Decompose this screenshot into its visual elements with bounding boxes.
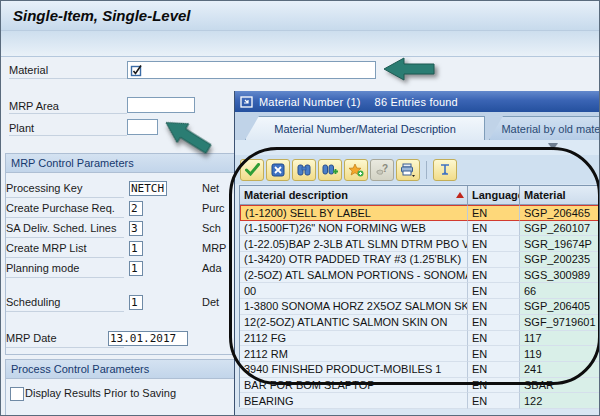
print-icon <box>400 163 416 177</box>
param-value-input[interactable]: 13.01.2017 <box>108 331 188 346</box>
table-cell: SGP_206465 <box>520 205 600 221</box>
tab-material-number-description[interactable]: Material Number/Material Description <box>245 116 485 140</box>
table-cell: 3940 FINISHED PRODUCT-MOBILES 1 <box>240 362 468 378</box>
column-header-label: Language <box>472 189 520 201</box>
table-cell: SGS_300989 <box>520 268 600 284</box>
close-button[interactable] <box>266 159 290 181</box>
table-row[interactable]: 2112 FGEN117 <box>240 331 600 347</box>
sort-ascending-icon[interactable] <box>456 192 464 198</box>
table-cell: EN <box>468 283 520 299</box>
find-next-icon <box>322 163 338 176</box>
tab-material-by-old-material[interactable]: Material by old materi <box>489 116 600 140</box>
param-label: Processing Key <box>6 182 124 198</box>
help-hand-button[interactable]: ? <box>370 159 394 181</box>
annotation-arrow-material <box>382 56 438 86</box>
column-header-material-description[interactable]: Material description <box>240 186 468 204</box>
table-cell: EN <box>468 236 520 252</box>
param-right-label: Purc <box>202 202 225 214</box>
param-right-label: MRP <box>202 242 226 254</box>
display-results-checkbox-label: Display Results Prior to Saving <box>25 387 176 399</box>
personal-value-list-button[interactable] <box>433 159 457 181</box>
param-value-input[interactable]: 1 <box>129 295 143 310</box>
table-row[interactable]: BAR FOR BOM SLAPTOPENSBAR <box>240 378 600 394</box>
add-to-favorites-button[interactable] <box>344 159 368 181</box>
table-cell: EN <box>468 268 520 284</box>
dialog-title: Material Number (1) <box>259 96 361 108</box>
table-cell: SGF_9719601 <box>520 315 600 331</box>
find-next-button[interactable] <box>318 159 342 181</box>
param-right-label: Ada <box>202 262 222 274</box>
table-row[interactable]: (1-22.05)BAP 2-3LB ATL SLMN DTRM PBO VPE… <box>240 236 600 252</box>
table-cell: 2112 RM <box>240 346 468 362</box>
find-button[interactable] <box>292 159 316 181</box>
print-button[interactable] <box>396 159 420 181</box>
table-cell: SGP_206405 <box>520 299 600 315</box>
table-row[interactable]: 3940 FINISHED PRODUCT-MOBILES 1EN241 <box>240 362 600 378</box>
tab-label: Material Number/Material Description <box>274 123 456 135</box>
column-header-label: Material <box>524 189 566 201</box>
column-header-material[interactable]: Material <box>520 186 600 204</box>
svg-text:?: ? <box>382 163 388 174</box>
param-value-input[interactable]: 1 <box>129 241 143 256</box>
material-input[interactable] <box>127 61 376 79</box>
table-cell: EN <box>468 221 520 237</box>
param-value-input[interactable]: 1 <box>129 261 143 276</box>
table-cell: SGP_200235 <box>520 252 600 268</box>
plant-input[interactable] <box>127 119 158 135</box>
table-cell: BAR FOR BOM SLAPTOP <box>240 378 468 394</box>
param-right-label: Net <box>202 182 219 194</box>
table-cell: SGR_19674P <box>520 236 600 252</box>
entries-found-text: 86 Entries found <box>375 96 458 108</box>
title-bar: Single-Item, Single-Level <box>1 1 600 31</box>
table-cell: 66 <box>520 283 600 299</box>
param-value-input[interactable]: NETCH <box>129 181 167 196</box>
tab-strip: Material Number/Material Description Mat… <box>235 112 600 141</box>
toolbar-separator <box>426 161 427 179</box>
table-cell: 00 <box>240 283 468 299</box>
table-cell: 119 <box>520 346 600 362</box>
table-row[interactable]: (1-3420) OTR PADDED TRAY #3 (1.25'BLK)EN… <box>240 252 600 268</box>
param-label: Create Purchase Req. <box>6 202 124 218</box>
table-row[interactable]: (1-1500FT)26" NON FORMING WEBENSGP_26010… <box>240 221 600 237</box>
display-results-checkbox[interactable] <box>10 387 24 401</box>
value-help-dialog: Material Number (1) 86 Entries found Mat… <box>234 91 600 416</box>
table-cell: 12(2-5OZ) ATLANTIC SALMON SKIN ON <box>240 315 468 331</box>
param-label: Create MRP List <box>6 242 124 258</box>
table-cell: EN <box>468 299 520 315</box>
table-cell: 2112 FG <box>240 331 468 347</box>
mrp-area-input[interactable] <box>127 97 195 113</box>
param-value-input[interactable]: 3 <box>129 221 143 236</box>
table-cell: EN <box>468 331 520 347</box>
dialog-title-bar[interactable]: Material Number (1) 86 Entries found <box>235 91 600 112</box>
table-row[interactable]: (2-5OZ) ATL SALMON PORTIONS - SONOMAENSG… <box>240 268 600 284</box>
table-cell: EN <box>468 315 520 331</box>
personal-value-list-icon <box>439 163 451 177</box>
column-header-language[interactable]: Language <box>468 186 520 204</box>
matchcode-check-icon <box>130 64 143 77</box>
table-cell: EN <box>468 393 520 409</box>
table-cell: EN <box>468 362 520 378</box>
table-top-marker-icon <box>548 144 558 151</box>
table-row[interactable]: (1-1200) SELL BY LABELENSGP_206465 <box>240 205 600 221</box>
table-cell: EN <box>468 378 520 394</box>
param-value-input[interactable]: 2 <box>129 201 143 216</box>
find-icon <box>297 163 311 176</box>
table-row[interactable]: 12(2-5OZ) ATLANTIC SALMON SKIN ONENSGF_9… <box>240 315 600 331</box>
table-row[interactable]: 2112 RMEN119 <box>240 346 600 362</box>
table-cell: (1-1200) SELL BY LABEL <box>240 205 468 221</box>
accept-button[interactable] <box>240 159 264 181</box>
table-row[interactable]: BEARINGEN122 <box>240 393 600 409</box>
table-cell: (1-1500FT)26" NON FORMING WEB <box>240 221 468 237</box>
table-cell: SGP_260107 <box>520 221 600 237</box>
marker-strip <box>235 140 600 155</box>
table-cell: BEARING <box>240 393 468 409</box>
param-label: MRP Date <box>6 332 124 348</box>
table-cell: EN <box>468 205 520 221</box>
table-cell: 241 <box>520 362 600 378</box>
sap-window: Single-Item, Single-Level Material MRP A… <box>0 0 600 416</box>
table-row[interactable]: 00EN66 <box>240 283 600 299</box>
table-row[interactable]: 1-3800 SONOMA HORZ 2X5OZ SALMON SKONENSG… <box>240 299 600 315</box>
toolbar-band <box>1 31 600 57</box>
table-header-row: Material description Language Material <box>240 186 600 205</box>
column-header-label: Material description <box>244 189 348 201</box>
